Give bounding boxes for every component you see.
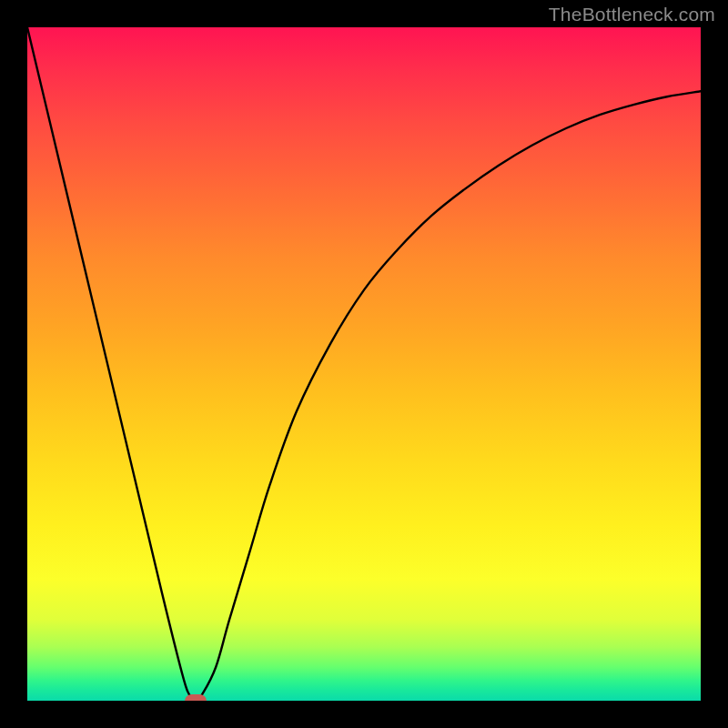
chart-frame: TheBottleneck.com: [0, 0, 728, 728]
plot-area: [27, 27, 701, 701]
curve-layer: [27, 27, 701, 701]
optimum-marker: [185, 694, 207, 701]
watermark-text: TheBottleneck.com: [549, 4, 715, 25]
bottleneck-curve: [27, 27, 701, 701]
